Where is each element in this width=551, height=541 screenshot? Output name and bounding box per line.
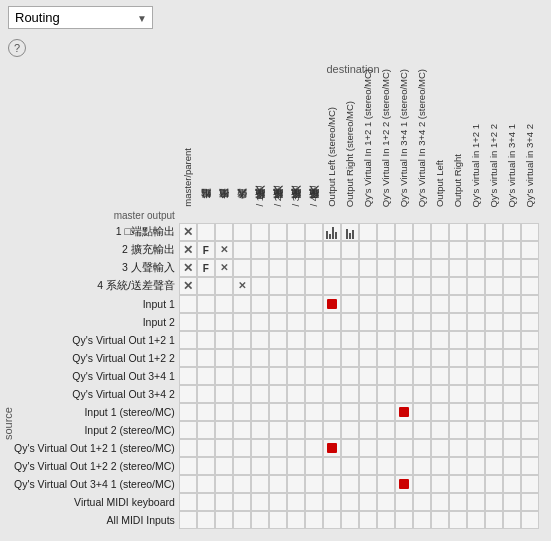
- cell-midi-c12[interactable]: [395, 493, 413, 511]
- cell-qvo1mc-c8[interactable]: [323, 439, 341, 457]
- cell-qvo2-c11[interactable]: [377, 349, 395, 367]
- cell-midi-c18[interactable]: [503, 493, 521, 511]
- cell-in1-c6[interactable]: [287, 295, 305, 313]
- cell-qvo4-c17[interactable]: [485, 385, 503, 403]
- cell-qvo1mc-c12[interactable]: [395, 439, 413, 457]
- cell-r4-c2[interactable]: [215, 277, 233, 295]
- cell-in2-c8[interactable]: [323, 313, 341, 331]
- cell-allmidi-c13[interactable]: [413, 511, 431, 529]
- cell-qvo1mc-c16[interactable]: [467, 439, 485, 457]
- cell-r4-c6[interactable]: [287, 277, 305, 295]
- cell-qvo4-c10[interactable]: [359, 385, 377, 403]
- cell-in2mc-c6[interactable]: [287, 421, 305, 439]
- cell-qvo1mc-c15[interactable]: [449, 439, 467, 457]
- cell-qvo1mc-c18[interactable]: [503, 439, 521, 457]
- cell-r4-c10[interactable]: [359, 277, 377, 295]
- cell-r3-c2[interactable]: ✕: [215, 259, 233, 277]
- cell-qvo3-c13[interactable]: [413, 367, 431, 385]
- cell-r4-c13[interactable]: [413, 277, 431, 295]
- cell-allmidi-c18[interactable]: [503, 511, 521, 529]
- cell-r3-c15[interactable]: [449, 259, 467, 277]
- routing-select-wrapper[interactable]: Routing ▼: [8, 6, 153, 29]
- cell-in2mc-c4[interactable]: [251, 421, 269, 439]
- cell-allmidi-c0[interactable]: [179, 511, 197, 529]
- cell-r3-c3[interactable]: [233, 259, 251, 277]
- cell-r1-c8[interactable]: [323, 223, 341, 241]
- cell-r3-c19[interactable]: [521, 259, 539, 277]
- cell-qvo2-c8[interactable]: [323, 349, 341, 367]
- cell-qvo2mc-c16[interactable]: [467, 457, 485, 475]
- cell-r3-c5[interactable]: [269, 259, 287, 277]
- cell-qvo4-c0[interactable]: [179, 385, 197, 403]
- cell-qvo3mc-c19[interactable]: [521, 475, 539, 493]
- cell-midi-c1[interactable]: [197, 493, 215, 511]
- cell-qvo4-c5[interactable]: [269, 385, 287, 403]
- cell-qvo3-c18[interactable]: [503, 367, 521, 385]
- cell-qvo3mc-c11[interactable]: [377, 475, 395, 493]
- cell-qvo3mc-c12[interactable]: [395, 475, 413, 493]
- cell-r2-c6[interactable]: [287, 241, 305, 259]
- cell-allmidi-c15[interactable]: [449, 511, 467, 529]
- cell-r2-c1[interactable]: F: [197, 241, 215, 259]
- cell-midi-c6[interactable]: [287, 493, 305, 511]
- cell-qvo2-c10[interactable]: [359, 349, 377, 367]
- cell-r2-c18[interactable]: [503, 241, 521, 259]
- cell-qvo3-c19[interactable]: [521, 367, 539, 385]
- cell-qvo2-c9[interactable]: [341, 349, 359, 367]
- cell-r3-c1[interactable]: F: [197, 259, 215, 277]
- cell-r3-c4[interactable]: [251, 259, 269, 277]
- cell-r4-c9[interactable]: [341, 277, 359, 295]
- cell-in2mc-c15[interactable]: [449, 421, 467, 439]
- cell-r3-c11[interactable]: [377, 259, 395, 277]
- cell-qvo2mc-c11[interactable]: [377, 457, 395, 475]
- cell-r3-c10[interactable]: [359, 259, 377, 277]
- cell-qvo1-c17[interactable]: [485, 331, 503, 349]
- cell-r1-c10[interactable]: [359, 223, 377, 241]
- cell-midi-c7[interactable]: [305, 493, 323, 511]
- cell-allmidi-c1[interactable]: [197, 511, 215, 529]
- cell-qvo3-c11[interactable]: [377, 367, 395, 385]
- cell-qvo1-c14[interactable]: [431, 331, 449, 349]
- cell-qvo3-c5[interactable]: [269, 367, 287, 385]
- cell-allmidi-c7[interactable]: [305, 511, 323, 529]
- cell-r4-c7[interactable]: [305, 277, 323, 295]
- cell-midi-c9[interactable]: [341, 493, 359, 511]
- cell-r1-c3[interactable]: [233, 223, 251, 241]
- cell-in2mc-c0[interactable]: [179, 421, 197, 439]
- cell-qvo2mc-c17[interactable]: [485, 457, 503, 475]
- cell-in1mc-c13[interactable]: [413, 403, 431, 421]
- cell-qvo3mc-c8[interactable]: [323, 475, 341, 493]
- cell-r2-c11[interactable]: [377, 241, 395, 259]
- cell-in2mc-c2[interactable]: [215, 421, 233, 439]
- cell-in1mc-c16[interactable]: [467, 403, 485, 421]
- cell-in2mc-c18[interactable]: [503, 421, 521, 439]
- cell-qvo4-c16[interactable]: [467, 385, 485, 403]
- cell-qvo2-c1[interactable]: [197, 349, 215, 367]
- cell-r1-c14[interactable]: [431, 223, 449, 241]
- cell-r4-c16[interactable]: [467, 277, 485, 295]
- cell-allmidi-c12[interactable]: [395, 511, 413, 529]
- cell-r2-c13[interactable]: [413, 241, 431, 259]
- cell-qvo3-c7[interactable]: [305, 367, 323, 385]
- cell-qvo1mc-c17[interactable]: [485, 439, 503, 457]
- cell-in2mc-c11[interactable]: [377, 421, 395, 439]
- cell-in2-c4[interactable]: [251, 313, 269, 331]
- cell-qvo2-c12[interactable]: [395, 349, 413, 367]
- cell-allmidi-c19[interactable]: [521, 511, 539, 529]
- cell-r2-c16[interactable]: [467, 241, 485, 259]
- cell-qvo3-c0[interactable]: [179, 367, 197, 385]
- cell-in2mc-c14[interactable]: [431, 421, 449, 439]
- cell-midi-c11[interactable]: [377, 493, 395, 511]
- cell-r1-c1[interactable]: [197, 223, 215, 241]
- cell-in2-c10[interactable]: [359, 313, 377, 331]
- cell-midi-c14[interactable]: [431, 493, 449, 511]
- cell-qvo1-c8[interactable]: [323, 331, 341, 349]
- cell-in2mc-c10[interactable]: [359, 421, 377, 439]
- cell-qvo3mc-c2[interactable]: [215, 475, 233, 493]
- cell-qvo2-c4[interactable]: [251, 349, 269, 367]
- cell-qvo1mc-c11[interactable]: [377, 439, 395, 457]
- cell-in1-c12[interactable]: [395, 295, 413, 313]
- cell-in1-c5[interactable]: [269, 295, 287, 313]
- cell-qvo3mc-c13[interactable]: [413, 475, 431, 493]
- cell-qvo2mc-c2[interactable]: [215, 457, 233, 475]
